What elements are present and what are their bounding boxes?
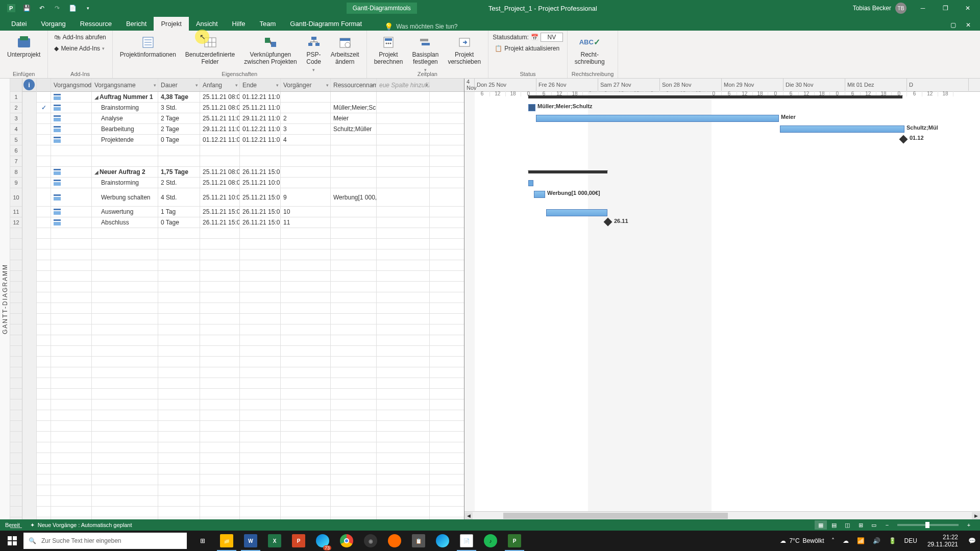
- zoom-in-button[interactable]: +: [963, 520, 975, 530]
- empty-cell[interactable]: [377, 249, 430, 260]
- empty-cell[interactable]: [281, 292, 331, 303]
- empty-cell[interactable]: [240, 249, 281, 260]
- empty-cell[interactable]: [240, 432, 281, 442]
- empty-cell[interactable]: [158, 324, 200, 335]
- basisplan-button[interactable]: Basisplan festlegen▾: [409, 33, 442, 74]
- empty-cell[interactable]: [240, 485, 281, 495]
- row-header[interactable]: [10, 335, 22, 346]
- resource-cell[interactable]: [331, 167, 377, 177]
- name-cell[interactable]: Analyse: [92, 113, 158, 123]
- tab-hilfe[interactable]: Hilfe: [225, 17, 253, 31]
- empty-cell[interactable]: [331, 485, 377, 495]
- empty-cell[interactable]: [281, 517, 331, 519]
- empty-cell[interactable]: [92, 357, 158, 367]
- table-row[interactable]: [37, 485, 464, 496]
- empty-cell[interactable]: [92, 507, 158, 517]
- empty-cell[interactable]: [200, 271, 240, 281]
- empty-cell[interactable]: [92, 367, 158, 378]
- empty-cell[interactable]: [331, 442, 377, 453]
- tray-overflow[interactable]: ˄: [829, 537, 837, 544]
- row-header[interactable]: [10, 399, 22, 410]
- task-bar[interactable]: [536, 115, 779, 122]
- empty-cell[interactable]: [281, 260, 331, 270]
- empty-cell[interactable]: [158, 410, 200, 420]
- app-orange[interactable]: [383, 531, 406, 551]
- row-header[interactable]: [10, 260, 22, 271]
- empty-cell[interactable]: [92, 496, 158, 506]
- empty-cell[interactable]: [377, 145, 430, 156]
- unterprojekt-button[interactable]: Unterprojekt: [4, 33, 43, 61]
- row-header[interactable]: [10, 517, 22, 528]
- empty-cell[interactable]: [37, 474, 51, 485]
- empty-cell[interactable]: [240, 357, 281, 367]
- empty-cell[interactable]: [51, 357, 92, 367]
- table-row[interactable]: [37, 507, 464, 517]
- scroll-thumb[interactable]: [503, 513, 728, 519]
- empty-cell[interactable]: [281, 228, 331, 238]
- empty-cell[interactable]: [158, 389, 200, 399]
- redo-button[interactable]: ↷: [50, 1, 64, 15]
- empty-cell[interactable]: [158, 432, 200, 442]
- empty-cell[interactable]: [331, 357, 377, 367]
- powerpoint-app[interactable]: P: [287, 531, 310, 551]
- empty-cell[interactable]: [240, 496, 281, 506]
- empty-cell[interactable]: [51, 346, 92, 356]
- empty-cell[interactable]: [377, 103, 430, 113]
- tab-ressource[interactable]: Ressource: [73, 17, 119, 31]
- row-header[interactable]: [10, 239, 22, 249]
- excel-app[interactable]: X: [263, 531, 286, 551]
- empty-cell[interactable]: [331, 399, 377, 410]
- resource-cell[interactable]: [331, 178, 377, 188]
- row-header[interactable]: 5: [10, 135, 22, 145]
- qat-customize[interactable]: ▾: [81, 1, 95, 15]
- view-report-button[interactable]: ▭: [868, 520, 880, 530]
- empty-cell[interactable]: [331, 239, 377, 249]
- empty-cell[interactable]: [37, 249, 51, 260]
- table-row[interactable]: [37, 346, 464, 357]
- row-header[interactable]: [10, 346, 22, 357]
- start-column-header[interactable]: Anfang▾: [200, 79, 240, 91]
- empty-cell[interactable]: [331, 335, 377, 345]
- empty-cell[interactable]: [37, 292, 51, 303]
- empty-cell[interactable]: [281, 399, 331, 410]
- ribbon-display-button[interactable]: ▢: [947, 19, 959, 31]
- empty-cell[interactable]: [200, 442, 240, 453]
- name-cell[interactable]: Brainstorming: [92, 103, 158, 113]
- table-row[interactable]: [37, 145, 464, 156]
- empty-cell[interactable]: [377, 135, 430, 145]
- empty-cell[interactable]: [92, 453, 158, 463]
- indicator-cell[interactable]: [37, 188, 51, 206]
- empty-cell[interactable]: [158, 239, 200, 249]
- empty-cell[interactable]: [92, 485, 158, 495]
- empty-cell[interactable]: [377, 124, 430, 134]
- mode-cell[interactable]: [51, 113, 92, 123]
- empty-cell[interactable]: [377, 303, 430, 313]
- tab-vorgang[interactable]: Vorgang: [34, 17, 72, 31]
- empty-cell[interactable]: [92, 378, 158, 388]
- start-cell[interactable]: 25.11.21 10:00: [200, 188, 240, 206]
- empty-cell[interactable]: [240, 145, 281, 156]
- empty-cell[interactable]: [158, 260, 200, 270]
- row-header[interactable]: [10, 357, 22, 367]
- empty-cell[interactable]: [51, 282, 92, 292]
- row-header[interactable]: 8: [10, 167, 22, 178]
- empty-cell[interactable]: [331, 378, 377, 388]
- empty-cell[interactable]: [331, 389, 377, 399]
- addins-abrufen-button[interactable]: 🛍Add-Ins abrufen: [52, 33, 108, 42]
- empty-cell[interactable]: [92, 517, 158, 519]
- empty-cell[interactable]: [200, 453, 240, 463]
- empty-cell[interactable]: [92, 432, 158, 442]
- empty-cell[interactable]: [92, 271, 158, 281]
- empty-cell[interactable]: [200, 228, 240, 238]
- notepad-app[interactable]: 📄: [455, 531, 478, 551]
- row-header[interactable]: 12: [10, 217, 22, 228]
- empty-cell[interactable]: [200, 410, 240, 420]
- name-cell[interactable]: Abschluss: [92, 217, 158, 228]
- empty-cell[interactable]: [240, 442, 281, 453]
- empty-cell[interactable]: [158, 145, 200, 156]
- empty-cell[interactable]: [92, 335, 158, 345]
- name-cell[interactable]: Werbung schalten: [92, 188, 158, 206]
- end-cell[interactable]: 29.11.21 11:0: [240, 113, 281, 123]
- empty-cell[interactable]: [331, 367, 377, 378]
- empty-cell[interactable]: [377, 421, 430, 431]
